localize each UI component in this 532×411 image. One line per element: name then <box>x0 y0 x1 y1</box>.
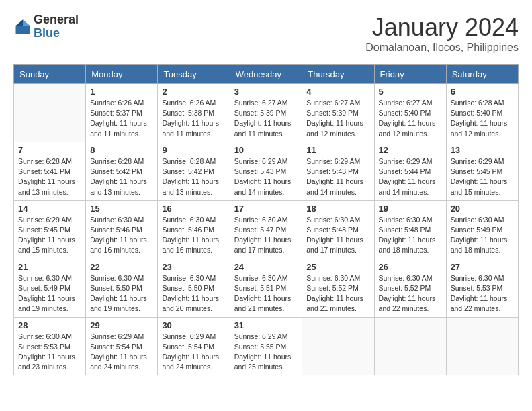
calendar-cell: 21Sunrise: 6:30 AMSunset: 5:49 PMDayligh… <box>14 259 86 317</box>
calendar-cell <box>302 317 374 375</box>
calendar-cell: 24Sunrise: 6:30 AMSunset: 5:51 PMDayligh… <box>230 259 302 317</box>
day-number: 1 <box>90 87 153 97</box>
day-info: Sunrise: 6:29 AMSunset: 5:55 PMDaylight:… <box>234 332 298 373</box>
day-info: Sunrise: 6:27 AMSunset: 5:40 PMDaylight:… <box>379 98 442 139</box>
day-number: 12 <box>379 145 442 155</box>
calendar-cell: 13Sunrise: 6:29 AMSunset: 5:45 PMDayligh… <box>446 142 518 200</box>
day-number: 6 <box>451 87 514 97</box>
day-info: Sunrise: 6:30 AMSunset: 5:49 PMDaylight:… <box>451 215 514 256</box>
day-info: Sunrise: 6:28 AMSunset: 5:41 PMDaylight:… <box>18 156 81 197</box>
weekday-header-wednesday: Wednesday <box>230 65 302 84</box>
day-number: 22 <box>90 262 153 272</box>
calendar-cell: 30Sunrise: 6:29 AMSunset: 5:54 PMDayligh… <box>158 317 230 375</box>
day-number: 13 <box>451 145 514 155</box>
day-info: Sunrise: 6:30 AMSunset: 5:46 PMDaylight:… <box>162 215 225 256</box>
week-row-1: 1Sunrise: 6:26 AMSunset: 5:37 PMDaylight… <box>14 84 519 142</box>
location-subtitle: Domalanoan, Ilocos, Philippines <box>365 42 519 54</box>
logo: General Blue <box>13 13 79 40</box>
day-number: 4 <box>306 87 369 97</box>
calendar-cell: 19Sunrise: 6:30 AMSunset: 5:48 PMDayligh… <box>374 200 446 259</box>
day-number: 26 <box>379 262 442 272</box>
calendar-cell: 11Sunrise: 6:29 AMSunset: 5:43 PMDayligh… <box>302 142 374 200</box>
weekday-header-monday: Monday <box>86 65 158 84</box>
logo-icon <box>13 17 32 36</box>
week-row-5: 28Sunrise: 6:30 AMSunset: 5:53 PMDayligh… <box>14 317 519 375</box>
day-number: 27 <box>451 262 514 272</box>
day-info: Sunrise: 6:26 AMSunset: 5:38 PMDaylight:… <box>162 98 225 139</box>
day-number: 24 <box>234 262 298 272</box>
calendar-cell: 23Sunrise: 6:30 AMSunset: 5:50 PMDayligh… <box>158 259 230 317</box>
day-info: Sunrise: 6:29 AMSunset: 5:43 PMDaylight:… <box>234 156 298 197</box>
day-info: Sunrise: 6:30 AMSunset: 5:47 PMDaylight:… <box>234 215 298 256</box>
day-info: Sunrise: 6:30 AMSunset: 5:46 PMDaylight:… <box>90 215 153 256</box>
day-number: 17 <box>234 203 298 214</box>
calendar-cell: 28Sunrise: 6:30 AMSunset: 5:53 PMDayligh… <box>14 317 86 375</box>
day-info: Sunrise: 6:30 AMSunset: 5:53 PMDaylight:… <box>18 332 81 373</box>
day-number: 29 <box>90 320 153 330</box>
calendar-cell: 26Sunrise: 6:30 AMSunset: 5:52 PMDayligh… <box>374 259 446 317</box>
weekday-header-friday: Friday <box>374 65 446 84</box>
calendar-cell: 6Sunrise: 6:28 AMSunset: 5:40 PMDaylight… <box>446 84 518 142</box>
day-info: Sunrise: 6:30 AMSunset: 5:48 PMDaylight:… <box>379 215 442 256</box>
day-info: Sunrise: 6:29 AMSunset: 5:44 PMDaylight:… <box>379 156 442 197</box>
calendar-cell: 27Sunrise: 6:30 AMSunset: 5:53 PMDayligh… <box>446 259 518 317</box>
day-number: 31 <box>234 320 298 330</box>
day-info: Sunrise: 6:30 AMSunset: 5:52 PMDaylight:… <box>306 273 369 314</box>
day-number: 21 <box>18 262 81 272</box>
day-info: Sunrise: 6:30 AMSunset: 5:51 PMDaylight:… <box>234 273 298 314</box>
day-info: Sunrise: 6:29 AMSunset: 5:54 PMDaylight:… <box>90 332 153 373</box>
calendar-cell <box>14 84 86 142</box>
day-number: 2 <box>162 87 225 97</box>
calendar-cell: 7Sunrise: 6:28 AMSunset: 5:41 PMDaylight… <box>14 142 86 200</box>
day-info: Sunrise: 6:27 AMSunset: 5:39 PMDaylight:… <box>234 98 298 139</box>
calendar-cell: 5Sunrise: 6:27 AMSunset: 5:40 PMDaylight… <box>374 84 446 142</box>
calendar-cell: 20Sunrise: 6:30 AMSunset: 5:49 PMDayligh… <box>446 200 518 259</box>
calendar-cell: 3Sunrise: 6:27 AMSunset: 5:39 PMDaylight… <box>230 84 302 142</box>
calendar-cell: 14Sunrise: 6:29 AMSunset: 5:45 PMDayligh… <box>14 200 86 259</box>
day-info: Sunrise: 6:29 AMSunset: 5:43 PMDaylight:… <box>306 156 369 197</box>
day-info: Sunrise: 6:30 AMSunset: 5:52 PMDaylight:… <box>379 273 442 314</box>
day-info: Sunrise: 6:30 AMSunset: 5:49 PMDaylight:… <box>18 273 81 314</box>
logo-blue-text: Blue <box>34 26 60 40</box>
day-info: Sunrise: 6:29 AMSunset: 5:45 PMDaylight:… <box>18 215 81 256</box>
week-row-2: 7Sunrise: 6:28 AMSunset: 5:41 PMDaylight… <box>14 142 519 200</box>
day-info: Sunrise: 6:30 AMSunset: 5:50 PMDaylight:… <box>162 273 225 314</box>
day-number: 14 <box>18 203 81 214</box>
day-number: 25 <box>306 262 369 272</box>
day-number: 10 <box>234 145 298 155</box>
page-header: General Blue January 2024 Domalanoan, Il… <box>13 13 519 54</box>
day-number: 5 <box>379 87 442 97</box>
weekday-header-sunday: Sunday <box>14 65 86 84</box>
calendar-cell: 18Sunrise: 6:30 AMSunset: 5:48 PMDayligh… <box>302 200 374 259</box>
calendar-cell: 25Sunrise: 6:30 AMSunset: 5:52 PMDayligh… <box>302 259 374 317</box>
svg-marker-2 <box>16 19 24 26</box>
calendar-table: SundayMondayTuesdayWednesdayThursdayFrid… <box>13 64 519 375</box>
day-info: Sunrise: 6:29 AMSunset: 5:54 PMDaylight:… <box>162 332 225 373</box>
calendar-cell: 8Sunrise: 6:28 AMSunset: 5:42 PMDaylight… <box>86 142 158 200</box>
day-number: 11 <box>306 145 369 155</box>
day-number: 9 <box>162 145 225 155</box>
day-number: 8 <box>90 145 153 155</box>
day-number: 23 <box>162 262 225 272</box>
day-info: Sunrise: 6:28 AMSunset: 5:40 PMDaylight:… <box>451 98 514 139</box>
weekday-header-saturday: Saturday <box>446 65 518 84</box>
calendar-cell <box>446 317 518 375</box>
day-info: Sunrise: 6:26 AMSunset: 5:37 PMDaylight:… <box>90 98 153 139</box>
day-info: Sunrise: 6:27 AMSunset: 5:39 PMDaylight:… <box>306 98 369 139</box>
svg-marker-1 <box>23 19 30 26</box>
day-info: Sunrise: 6:28 AMSunset: 5:42 PMDaylight:… <box>90 156 153 197</box>
calendar-cell: 10Sunrise: 6:29 AMSunset: 5:43 PMDayligh… <box>230 142 302 200</box>
day-info: Sunrise: 6:30 AMSunset: 5:50 PMDaylight:… <box>90 273 153 314</box>
day-info: Sunrise: 6:30 AMSunset: 5:53 PMDaylight:… <box>451 273 514 314</box>
calendar-cell: 4Sunrise: 6:27 AMSunset: 5:39 PMDaylight… <box>302 84 374 142</box>
calendar-cell: 17Sunrise: 6:30 AMSunset: 5:47 PMDayligh… <box>230 200 302 259</box>
day-info: Sunrise: 6:30 AMSunset: 5:48 PMDaylight:… <box>306 215 369 256</box>
calendar-cell <box>374 317 446 375</box>
weekday-header-thursday: Thursday <box>302 65 374 84</box>
day-number: 3 <box>234 87 298 97</box>
calendar-cell: 2Sunrise: 6:26 AMSunset: 5:38 PMDaylight… <box>158 84 230 142</box>
calendar-cell: 16Sunrise: 6:30 AMSunset: 5:46 PMDayligh… <box>158 200 230 259</box>
week-row-4: 21Sunrise: 6:30 AMSunset: 5:49 PMDayligh… <box>14 259 519 317</box>
day-number: 16 <box>162 203 225 214</box>
logo-general-text: General <box>34 13 79 26</box>
